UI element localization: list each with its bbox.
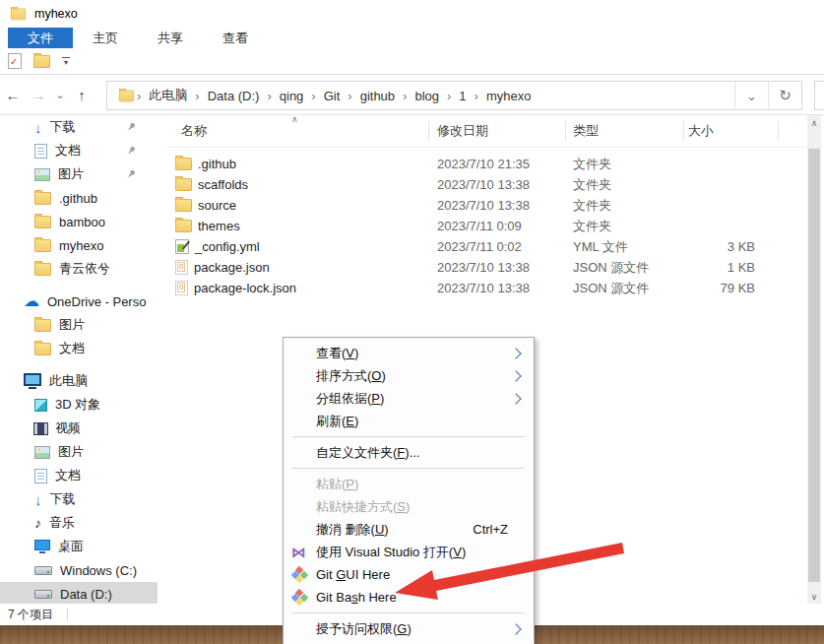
sort-ascending-icon: ∧	[291, 114, 298, 124]
sidebar-item-qa-myhexo[interactable]: myhexo	[0, 233, 158, 257]
file-row[interactable]: scaffolds2023/7/10 13:38文件夹	[165, 174, 824, 195]
menu-item-grant-access[interactable]: 授予访问权限(G)	[284, 617, 534, 640]
menu-item-label: 粘贴(P)	[316, 476, 522, 493]
sidebar-item-windows-c[interactable]: Windows (C:)	[0, 558, 158, 582]
breadcrumb-item[interactable]: 1	[453, 89, 472, 103]
pic-icon	[34, 446, 50, 459]
menu-item-undo-delete[interactable]: 撤消 删除(U)Ctrl+Z	[284, 518, 534, 541]
menu-item-view[interactable]: 查看(V)	[284, 342, 534, 364]
sidebar-item-desktop[interactable]: 桌面	[0, 535, 158, 558]
menu-item-open-visual-studio[interactable]: ⋈使用 Visual Studio 打开(V)	[284, 541, 534, 563]
sidebar-item-pc-downloads[interactable]: ↓下载	[0, 487, 158, 511]
sidebar-item-od-documents[interactable]: 文档	[0, 337, 158, 360]
folder-icon	[175, 158, 192, 170]
file-row[interactable]: source2023/7/10 13:38文件夹	[165, 195, 824, 216]
file-row[interactable]: .github2023/7/10 21:35文件夹	[165, 154, 824, 174]
recent-locations-button[interactable]: ⌄	[51, 89, 69, 101]
breadcrumb-separator-icon: ›	[193, 89, 201, 103]
sidebar-item-qa-pictures[interactable]: 图片	[0, 162, 158, 186]
tab-share[interactable]: 共享	[138, 28, 203, 48]
address-bar[interactable]: ›此电脑›Data (D:)›qing›Git›github›blog›1›my…	[106, 81, 802, 110]
search-input[interactable]	[814, 81, 824, 110]
up-button[interactable]: ↑	[69, 87, 95, 103]
folder-icon	[175, 220, 192, 232]
column-header-date[interactable]: 修改日期	[429, 121, 566, 141]
pin-icon	[126, 167, 136, 182]
sidebar-item-label: 文档	[59, 340, 85, 357]
doc-icon	[34, 144, 47, 159]
sidebar-item-pc-pictures[interactable]: 图片	[0, 440, 158, 464]
submenu-arrow-icon	[510, 370, 521, 381]
properties-icon[interactable]	[8, 53, 22, 69]
menu-item-git-gui-here[interactable]: Git GUI Here	[284, 563, 534, 586]
column-header-size[interactable]: 大小	[684, 121, 779, 141]
file-row[interactable]: package-lock.json2023/7/10 13:38JSON 源文件…	[165, 278, 824, 298]
sidebar-item-od-pictures[interactable]: 图片	[0, 313, 158, 337]
breadcrumb-item[interactable]: blog	[409, 89, 445, 103]
sidebar-item-label: 下载	[50, 118, 76, 136]
file-type: JSON 源文件	[566, 259, 684, 277]
visual-studio-icon: ⋈	[291, 545, 306, 559]
column-header-name[interactable]: 名称	[165, 121, 429, 141]
sidebar-item-data-d[interactable]: Data (D:)	[0, 582, 158, 605]
sidebar-item-qa-downloads[interactable]: ↓下载	[0, 115, 158, 139]
file-icon	[175, 281, 188, 295]
menu-item-label: 使用 Visual Studio 打开(V)	[316, 544, 522, 561]
file-name-cell: themes	[165, 219, 429, 233]
folder-icon	[34, 192, 51, 205]
breadcrumb-item[interactable]: github	[354, 89, 401, 103]
breadcrumb-separator-icon: ›	[135, 89, 143, 103]
address-dropdown-button[interactable]: ⌄	[734, 82, 768, 109]
status-divider	[67, 608, 68, 621]
sidebar-item-qa-qingyun[interactable]: 青云依兮	[0, 257, 158, 281]
file-row[interactable]: _config.yml2023/7/11 0:02YML 文件3 KB	[165, 236, 824, 257]
menu-item-paste-shortcut[interactable]: 粘贴快捷方式(S)	[284, 495, 534, 518]
menu-item-refresh[interactable]: 刷新(E)	[284, 410, 534, 432]
menu-item-label: 刷新(E)	[316, 413, 522, 430]
file-row[interactable]: package.json2023/7/10 13:38JSON 源文件1 KB	[165, 257, 824, 278]
sidebar-item-onedrive[interactable]: ☁OneDrive - Perso	[0, 290, 158, 313]
customize-quick-access-button[interactable]: ▾	[62, 57, 70, 65]
title-bar: myhexo	[0, 0, 824, 28]
file-row[interactable]: themes2023/7/11 0:09文件夹	[165, 216, 824, 236]
breadcrumb-item[interactable]: 此电脑	[143, 87, 193, 104]
file-name: _config.yml	[195, 239, 260, 254]
file-rows: .github2023/7/10 21:35文件夹scaffolds2023/7…	[165, 148, 824, 298]
menu-item-customize-folder[interactable]: 自定义文件夹(F)...	[284, 441, 534, 464]
tab-home[interactable]: 主页	[73, 28, 138, 48]
forward-button[interactable]: →	[26, 87, 51, 103]
folder-icon	[34, 239, 51, 252]
menu-item-sort-by[interactable]: 排序方式(O)	[284, 364, 534, 387]
sidebar-item-qa-bamboo[interactable]: bamboo	[0, 210, 158, 233]
menu-item-shortcut: Ctrl+Z	[473, 522, 508, 537]
tab-view[interactable]: 查看	[203, 28, 268, 48]
sidebar-item-3d-objects[interactable]: 3D 对象	[0, 393, 158, 417]
menu-item-paste[interactable]: 粘贴(P)	[284, 473, 534, 495]
file-name-cell: source	[165, 198, 429, 213]
sidebar-item-music[interactable]: ♪音乐	[0, 511, 158, 535]
refresh-button[interactable]: ↻	[768, 82, 801, 109]
menu-item-git-bash-here[interactable]: Git Bash Here	[284, 586, 534, 609]
git-icon	[291, 590, 307, 606]
file-type: 文件夹	[566, 156, 684, 173]
submenu-arrow-icon	[510, 393, 521, 404]
sidebar-item-qa-github[interactable]: .github	[0, 186, 158, 210]
breadcrumb-item[interactable]: Git	[318, 89, 347, 103]
sidebar-item-pc-documents[interactable]: 文档	[0, 464, 158, 487]
menu-item-group-by[interactable]: 分组依据(P)	[284, 387, 534, 410]
file-name: package-lock.json	[194, 281, 296, 295]
breadcrumb-item[interactable]: myhexo	[480, 89, 538, 103]
breadcrumb-item[interactable]: Data (D:)	[202, 89, 266, 103]
column-header-type[interactable]: 类型	[566, 121, 684, 141]
cube-icon	[34, 399, 47, 412]
new-folder-icon[interactable]	[33, 55, 50, 68]
folder-icon	[175, 178, 192, 191]
sidebar-item-videos[interactable]: 视频	[0, 417, 158, 440]
sidebar-item-this-pc[interactable]: 此电脑	[0, 369, 158, 393]
back-button[interactable]: ←	[0, 87, 26, 103]
tab-file[interactable]: 文件	[8, 28, 73, 48]
folder-icon	[175, 199, 192, 212]
file-date: 2023/7/11 0:09	[429, 219, 566, 233]
sidebar-item-qa-documents[interactable]: 文档	[0, 139, 158, 162]
breadcrumb-item[interactable]: qing	[274, 89, 310, 103]
